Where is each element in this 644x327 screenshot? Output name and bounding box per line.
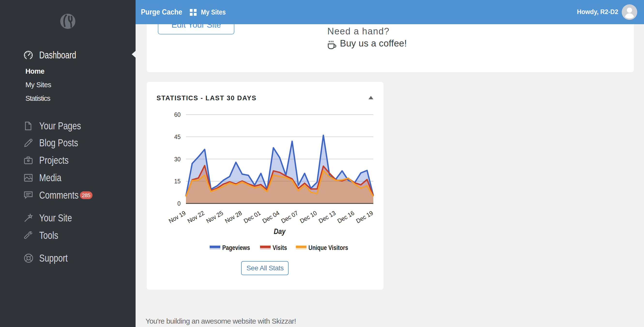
svg-text:0: 0 xyxy=(178,200,180,207)
svg-text:Dec 19: Dec 19 xyxy=(355,209,374,224)
svg-text:Nov 22: Nov 22 xyxy=(186,209,205,224)
svg-text:60: 60 xyxy=(174,111,180,118)
svg-text:Day: Day xyxy=(274,227,286,235)
svg-text:15: 15 xyxy=(174,178,180,185)
svg-text:Dec 07: Dec 07 xyxy=(280,209,299,224)
svg-text:Nov 19: Nov 19 xyxy=(168,209,187,224)
svg-text:Dec 13: Dec 13 xyxy=(318,209,336,224)
svg-text:Dec 16: Dec 16 xyxy=(336,209,356,224)
svg-text:Nov 25: Nov 25 xyxy=(205,209,224,224)
svg-text:30: 30 xyxy=(174,156,180,163)
svg-text:Nov 28: Nov 28 xyxy=(224,209,243,224)
svg-text:Dec 01: Dec 01 xyxy=(242,209,262,224)
svg-text:45: 45 xyxy=(174,133,180,140)
svg-text:Dec 04: Dec 04 xyxy=(261,209,280,224)
svg-text:Dec 10: Dec 10 xyxy=(299,209,318,224)
